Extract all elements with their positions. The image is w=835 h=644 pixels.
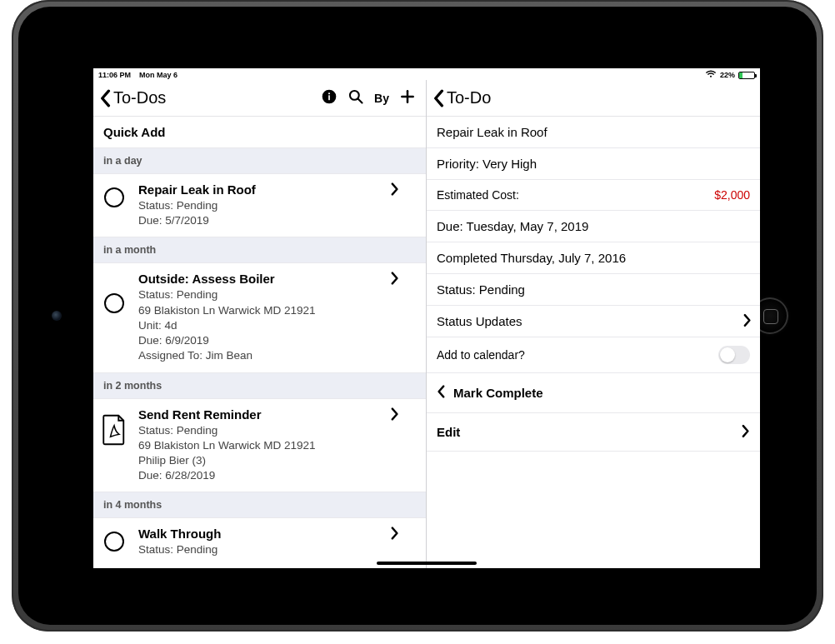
section-in-a-day: in a day [93,148,426,174]
plus-icon[interactable] [399,88,416,107]
task-address: 69 Blakiston Ln Warwick MD 21921 [138,438,379,453]
task-assigned: Assigned To: Jim Bean [138,348,379,363]
quick-add-row[interactable]: Quick Add [93,117,426,148]
info-icon[interactable] [321,88,338,107]
status-time: 11:06 PM [98,71,131,79]
chevron-right-icon [391,407,399,423]
section-in-4-months: in 4 months [93,492,426,518]
status-updates-row[interactable]: Status Updates [427,306,760,337]
task-due: Due: 6/9/2019 [138,333,379,348]
estimated-cost-label: Estimated Cost: [437,188,519,202]
task-unit: Unit: 4d [138,318,379,333]
detail-title: Repair Leak in Roof [427,117,760,148]
svg-point-2 [328,92,330,94]
add-to-calendar-row[interactable]: Add to calendar? [427,337,760,373]
status-bar: 11:06 PM Mon May 6 22% [93,68,760,80]
wifi-icon [705,70,717,80]
svg-rect-1 [328,95,330,100]
mark-complete-row[interactable]: Mark Complete [427,373,760,413]
chevron-right-icon [391,272,399,287]
status-date: Mon May 6 [139,71,178,79]
task-title: Walk Through [138,527,379,541]
task-title: Send Rent Reminder [138,407,379,422]
task-status: Status: Pending [138,542,379,557]
nav-title-left: To-Dos [113,88,166,107]
ipad-camera [52,311,62,321]
edit-row[interactable]: Edit [427,413,760,452]
chevron-right-icon [391,527,399,542]
edit-label: Edit [437,425,460,439]
task-status: Status: Pending [138,287,379,302]
circle-icon[interactable] [104,532,124,552]
quick-add-label: Quick Add [103,125,165,139]
back-button-todos[interactable]: To-Dos [98,88,166,107]
mark-complete-label: Mark Complete [453,386,543,400]
detail-estimated-cost: Estimated Cost: $2,000 [427,180,760,211]
chevron-right-icon [743,313,752,329]
task-title: Repair Leak in Roof [138,182,379,197]
detail-status: Status: Pending [427,274,760,306]
task-row-repair-leak[interactable]: Repair Leak in Roof Status: Pending Due:… [93,174,426,237]
nav-title-right: To-Do [447,88,491,107]
home-indicator[interactable] [377,562,477,565]
task-address: 69 Blakiston Ln Warwick MD 21921 [138,303,379,318]
back-button-todo[interactable]: To-Do [432,88,491,107]
chevron-left-icon [437,385,445,401]
task-person: Philip Bier (3) [138,453,379,468]
status-updates-label: Status Updates [437,314,522,328]
battery-percentage: 22% [720,71,735,79]
task-status: Status: Pending [138,198,379,213]
battery-icon [738,72,755,79]
task-row-assess-boiler[interactable]: Outside: Assess Boiler Status: Pending 6… [93,263,426,372]
chevron-right-icon [391,182,399,198]
task-row-walk-through[interactable]: Walk Through Status: Pending [93,518,426,566]
pdf-icon [102,407,127,447]
task-due: Due: 6/28/2019 [138,468,379,483]
svg-line-4 [358,99,362,103]
chevron-right-icon [742,424,750,440]
add-to-calendar-label: Add to calendar? [437,348,525,362]
section-in-a-month: in a month [93,237,426,263]
section-in-2-months: in 2 months [93,373,426,399]
task-status: Status: Pending [138,423,379,438]
by-button[interactable]: By [374,92,389,105]
task-title: Outside: Assess Boiler [138,272,379,286]
calendar-toggle[interactable] [718,346,750,364]
task-row-rent-reminder[interactable]: Send Rent Reminder Status: Pending 69 Bl… [93,399,426,493]
detail-due: Due: Tuesday, May 7, 2019 [427,211,760,242]
estimated-cost-value: $2,000 [714,188,750,202]
detail-priority: Priority: Very High [427,148,760,180]
circle-icon[interactable] [104,187,124,207]
circle-icon[interactable] [104,293,124,313]
search-icon[interactable] [348,88,364,107]
task-due: Due: 5/7/2019 [138,213,379,228]
detail-completed: Completed Thursday, July 7, 2016 [427,242,760,274]
